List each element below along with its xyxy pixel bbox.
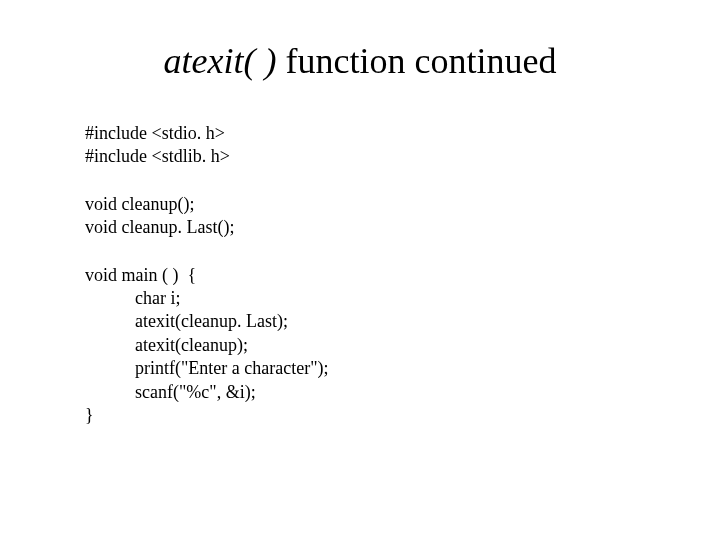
code-line: char i; xyxy=(85,287,635,310)
code-line: atexit(cleanup); xyxy=(85,334,635,357)
code-line: printf("Enter a character"); xyxy=(85,357,635,380)
code-line: void cleanup. Last(); xyxy=(85,216,635,239)
code-line: void main ( ) { xyxy=(85,264,635,287)
code-block: #include <stdio. h> #include <stdlib. h>… xyxy=(85,122,635,427)
slide-title: atexit( ) function continued xyxy=(85,40,635,82)
code-line: atexit(cleanup. Last); xyxy=(85,310,635,333)
title-function-name: atexit( ) xyxy=(164,41,277,81)
code-line: #include <stdio. h> xyxy=(85,122,635,145)
code-line: scanf("%c", &i); xyxy=(85,381,635,404)
code-line: } xyxy=(85,404,635,427)
blank-line xyxy=(85,169,635,193)
slide-content: atexit( ) function continued #include <s… xyxy=(0,0,720,427)
code-line: void cleanup(); xyxy=(85,193,635,216)
title-rest: function continued xyxy=(277,41,557,81)
blank-line xyxy=(85,240,635,264)
code-line: #include <stdlib. h> xyxy=(85,145,635,168)
